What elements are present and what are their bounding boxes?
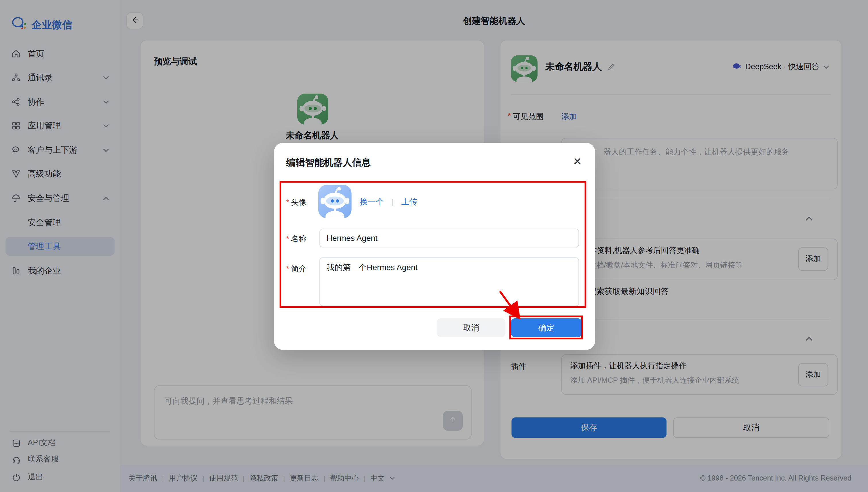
- intro-textarea[interactable]: 我的第一个Hermes Agent: [320, 257, 579, 306]
- close-icon[interactable]: ✕: [573, 155, 582, 168]
- change-avatar-link[interactable]: 换一个: [360, 197, 384, 207]
- intro-label: *简介: [286, 264, 306, 274]
- app-root: 企业微信 首页 通讯录 协作 应用管理 客户与上下游 高级功能: [0, 0, 868, 492]
- robot-avatar-blue: [318, 185, 352, 218]
- edit-robot-modal: 编辑智能机器人信息 ✕ *头像 换一个 | 上传 *名称 Hermes Agen…: [274, 143, 595, 350]
- name-label: *名称: [286, 234, 306, 244]
- required-asterisk: *: [286, 234, 289, 243]
- avatar-label: *头像: [286, 198, 306, 208]
- modal-confirm-button[interactable]: 确定: [511, 318, 582, 337]
- modal-title: 编辑智能机器人信息: [286, 156, 371, 169]
- upload-avatar-link[interactable]: 上传: [401, 197, 417, 207]
- name-input[interactable]: Hermes Agent: [320, 229, 579, 248]
- required-asterisk: *: [286, 264, 289, 273]
- required-asterisk: *: [286, 198, 289, 207]
- separator: |: [392, 198, 394, 206]
- modal-cancel-button[interactable]: 取消: [437, 318, 505, 337]
- avatar-actions: 换一个 | 上传: [360, 197, 417, 207]
